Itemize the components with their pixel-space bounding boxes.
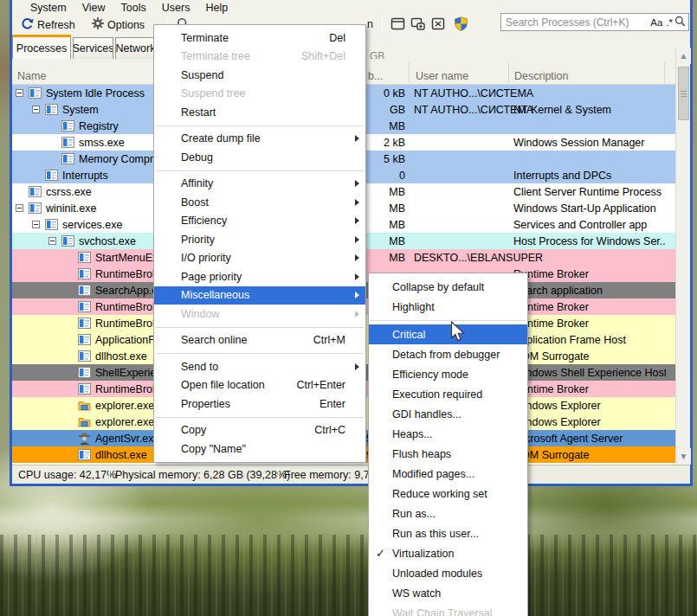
scroll-up-arrow[interactable]: ▲ — [676, 48, 691, 64]
scroll-down-arrow[interactable]: ▼ — [676, 448, 691, 465]
menu-item-label: Copy "Name" — [181, 443, 357, 455]
menu-item-i-o-priority[interactable]: I/O priority — [154, 249, 365, 268]
menu-item-boost[interactable]: Boost — [154, 193, 365, 212]
menu-item-label: Terminate — [181, 32, 315, 44]
process-user: NT AUTHO...\СИСТЕМА — [414, 87, 533, 99]
menubar-item-tools[interactable]: Tools — [113, 2, 154, 14]
menubar-item-view[interactable]: View — [74, 2, 113, 14]
menu-item-heaps[interactable]: Heaps... — [369, 424, 527, 444]
column-header-name[interactable]: Name — [17, 70, 46, 82]
menu-shortcut: Shift+Del — [301, 50, 345, 62]
menu-item-run-as[interactable]: Run as... — [369, 504, 527, 523]
menu-item-label: Create dump file — [181, 132, 357, 144]
tab-processes[interactable]: Processes — [12, 35, 71, 59]
column-header-user[interactable]: User name — [416, 70, 468, 82]
column-header-description[interactable]: Description — [514, 70, 569, 82]
menu-item-search-online[interactable]: Search onlineCtrl+M — [154, 331, 365, 350]
menu-shortcut: Enter — [319, 398, 345, 410]
menu-item-execution-required[interactable]: Execution required — [369, 384, 527, 404]
menu-item-label: Run as this user... — [392, 528, 519, 540]
menu-item-copy-name[interactable]: Copy "Name" — [154, 440, 365, 459]
checkmark-icon: ✓ — [376, 547, 385, 560]
submenu-arrow-icon — [355, 311, 359, 318]
regex-toggle[interactable]: .* — [664, 17, 674, 28]
process-context-menu: TerminateDelTerminate treeShift+DelSuspe… — [153, 24, 366, 463]
window-process-icon — [29, 186, 42, 197]
menu-item-terminate[interactable]: TerminateDel — [154, 29, 365, 48]
menu-shortcut: Ctrl+M — [313, 334, 345, 346]
menu-item-reduce-working-set[interactable]: Reduce working set — [369, 484, 527, 504]
menu-item-suspend-tree: Suspend tree — [154, 85, 365, 104]
process-name: Interrupts — [62, 170, 108, 182]
menu-item-label: Priority — [181, 234, 357, 246]
scroll-thumb[interactable] — [678, 67, 689, 120]
window-process-icon — [45, 170, 58, 181]
search-input[interactable] — [504, 16, 649, 29]
menu-item-gdi-handles[interactable]: GDI handles... — [369, 404, 527, 424]
menu-item-label: Unloaded modules — [392, 568, 519, 580]
menu-item-debug[interactable]: Debug — [154, 148, 365, 167]
tab-network[interactable]: Network — [115, 37, 156, 59]
menu-item-affinity[interactable]: Affinity — [154, 175, 365, 194]
tab-services[interactable]: Services — [73, 37, 113, 59]
match-case-toggle[interactable]: Aa — [649, 17, 664, 28]
menu-item-unloaded-modules[interactable]: Unloaded modules — [369, 563, 527, 583]
menu-item-miscellaneous[interactable]: Miscellaneous — [154, 286, 365, 305]
menu-item-label: Affinity — [181, 177, 357, 189]
menu-item-label: Boost — [181, 196, 357, 209]
submenu-arrow-icon — [355, 363, 359, 370]
menu-item-properties[interactable]: PropertiesEnter — [154, 395, 365, 414]
menu-item-flush-heaps[interactable]: Flush heaps — [369, 444, 527, 464]
tree-collapse-icon[interactable] — [16, 89, 23, 97]
options-button[interactable]: Options — [88, 16, 148, 34]
menu-item-label: Collapse by default — [392, 281, 519, 293]
pane-toggle-button-1[interactable] — [387, 16, 409, 34]
vertical-scrollbar[interactable]: ▲ ▼ — [675, 48, 690, 465]
menu-item-page-priority[interactable]: Page priority — [154, 267, 365, 286]
process-name: services.exe — [62, 219, 122, 231]
column-header-bytes[interactable]: b... — [368, 70, 383, 82]
menu-item-label: Suspend tree — [181, 87, 357, 99]
menubar-item-system[interactable]: System — [23, 2, 74, 14]
tree-collapse-icon[interactable] — [16, 204, 23, 212]
menubar-item-help[interactable]: Help — [197, 2, 236, 14]
status-bar: CPU usage: 42,17% Physical memory: 6,28 … — [12, 465, 690, 484]
menu-item-send-to[interactable]: Send to — [154, 357, 365, 376]
menu-item-copy[interactable]: CopyCtrl+C — [154, 421, 365, 440]
tree-collapse-icon[interactable] — [32, 106, 40, 113]
menu-item-label: Open file location — [181, 379, 282, 391]
window-process-icon — [61, 235, 74, 247]
menu-item-create-dump-file[interactable]: Create dump file — [154, 130, 365, 149]
menu-item-label: Efficiency — [181, 215, 357, 227]
menu-item-priority[interactable]: Priority — [154, 230, 365, 249]
submenu-arrow-icon — [355, 180, 359, 187]
menu-item-label: Page priority — [181, 271, 357, 283]
elevate-button[interactable] — [450, 16, 472, 34]
menu-item-highlight[interactable]: Highlight — [369, 297, 527, 317]
tree-collapse-icon[interactable] — [32, 221, 40, 228]
menu-item-virtualization[interactable]: ✓Virtualization — [369, 543, 527, 563]
tree-collapse-icon[interactable] — [48, 237, 56, 245]
window-process-icon — [45, 219, 58, 230]
menu-item-critical[interactable]: Critical — [369, 324, 527, 344]
pane-close-button[interactable] — [428, 16, 449, 34]
refresh-button[interactable]: Refresh — [17, 16, 79, 34]
menu-item-collapse-by-default[interactable]: Collapse by default — [369, 277, 527, 297]
menu-item-open-file-location[interactable]: Open file locationCtrl+Enter — [154, 376, 365, 395]
menu-item-detach-from-debugger[interactable]: Detach from debugger — [369, 344, 527, 364]
menu-item-ws-watch[interactable]: WS watch — [369, 583, 527, 603]
menubar-item-users[interactable]: Users — [154, 2, 198, 14]
gear-icon — [92, 17, 104, 32]
menu-item-restart[interactable]: Restart — [154, 103, 365, 122]
process-user: DESKTO...\EBLANSUPER — [414, 252, 543, 264]
submenu-arrow-icon — [355, 236, 359, 243]
pane-toggle-button-2[interactable] — [407, 16, 429, 34]
menu-item-modified-pages[interactable]: Modified pages... — [369, 464, 527, 484]
process-name: csrss.exe — [46, 186, 92, 198]
menu-item-suspend[interactable]: Suspend — [154, 66, 365, 85]
menu-separator — [369, 317, 527, 324]
menu-item-run-as-this-user[interactable]: Run as this user... — [369, 523, 527, 543]
menu-item-efficiency[interactable]: Efficiency — [154, 212, 365, 231]
agent-process-icon — [78, 433, 91, 444]
menu-item-efficiency-mode[interactable]: Efficiency mode — [369, 364, 527, 384]
